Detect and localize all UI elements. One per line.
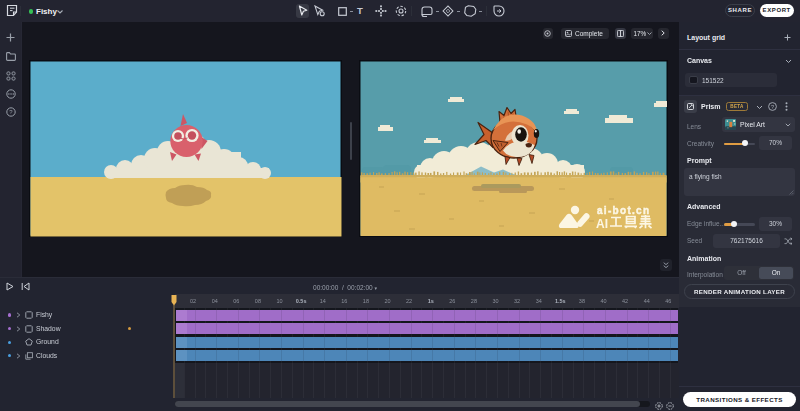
svg-text:?: ? (9, 109, 13, 115)
svg-text:ai-bot.cn: ai-bot.cn (597, 205, 650, 216)
svg-text:?: ? (771, 104, 774, 110)
svg-text:AI: AI (596, 217, 608, 231)
